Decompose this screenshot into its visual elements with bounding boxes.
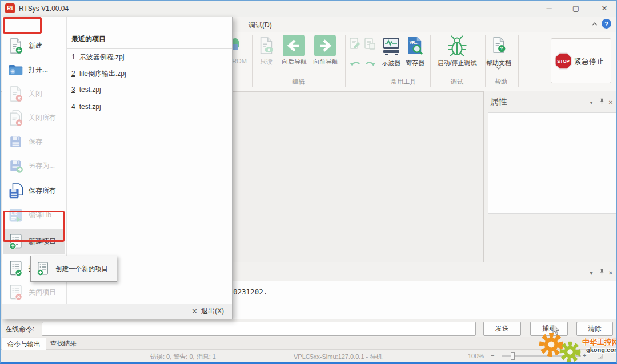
menu-item-new-project[interactable]: 新建项目	[3, 229, 65, 254]
recent-key: 4	[71, 103, 75, 111]
menu-item-save-as[interactable]: 另存为...	[3, 154, 65, 177]
menu-item-close[interactable]: 关闭	[3, 82, 65, 105]
menu-item-label: 打开...	[29, 65, 48, 75]
exit-button[interactable]: ✕ 退出(X)	[191, 306, 224, 316]
exit-label: 退出(X)	[201, 306, 224, 316]
close-all-docs-icon	[8, 109, 23, 127]
output-dropdown-icon[interactable]: ▾	[587, 269, 596, 277]
ribbon-collapse-icon[interactable]	[590, 20, 599, 28]
properties-dropdown-icon[interactable]: ▾	[587, 98, 596, 106]
clear-button[interactable]: 清除	[576, 322, 613, 336]
redo-icon[interactable]	[364, 59, 376, 67]
save-as-icon	[8, 157, 23, 175]
menu-item-label: 新建	[29, 41, 42, 51]
status-connection: VPLC5xx-Simu:127.0.0.1 - 待机	[294, 353, 382, 361]
save-icon	[8, 133, 23, 151]
properties-grid[interactable]	[488, 112, 617, 214]
bug-icon	[446, 34, 468, 57]
debug-toggle-button[interactable]: 启动/停止调试	[430, 59, 484, 67]
edit-group-label: 编辑	[252, 78, 345, 86]
send-button[interactable]: 发送	[483, 322, 521, 336]
help-group-label: 帮助	[485, 78, 517, 86]
recent-project-2[interactable]: 2file倒序输出.zpj	[71, 69, 126, 79]
copy-doc-icon[interactable]	[364, 38, 375, 50]
recent-key: 3	[71, 86, 75, 94]
resize-grip-icon[interactable]	[597, 353, 603, 359]
output-close-icon[interactable]: ✕	[606, 269, 615, 277]
divider	[518, 35, 519, 87]
recent-projects-header: 最近的项目	[71, 34, 106, 44]
maximize-button[interactable]: ▢	[566, 1, 586, 16]
readonly-button[interactable]: 只读	[255, 58, 278, 66]
menu-item-save-all[interactable]: 保存所有	[3, 179, 65, 202]
emergency-stop-button[interactable]: STOP 紧急停止	[551, 38, 611, 83]
recent-project-4[interactable]: 4test.zpj	[71, 103, 101, 111]
divider	[552, 113, 552, 213]
title-bar: Rt RTSys V1.00.04 ─ ▢ ✕	[1, 1, 616, 17]
stop-sign-text: STOP	[557, 59, 570, 64]
oscilloscope-icon	[382, 36, 400, 55]
nav-forward-button[interactable]: 向前导航	[310, 58, 342, 66]
online-command-input[interactable]	[42, 322, 476, 336]
status-zoom-level: 100%	[468, 353, 484, 359]
status-counts: 错误: 0, 警告: 0, 消息: 1	[150, 353, 216, 361]
output-pin-icon[interactable]	[597, 268, 606, 276]
help-doc-chevron-icon[interactable]	[496, 66, 502, 70]
menu-item-close-all[interactable]: 关闭所有	[3, 106, 65, 129]
save-all-icon	[8, 182, 23, 200]
menu-item-open[interactable]: 打开...	[3, 58, 65, 81]
readonly-icon	[258, 35, 275, 56]
menu-item-save[interactable]: 保存	[3, 130, 65, 153]
recent-key: 2	[71, 70, 75, 78]
properties-pin-icon[interactable]	[597, 98, 606, 106]
help-doc-icon: ?	[491, 35, 507, 55]
menu-item-compile-lib[interactable]: Lib 编译Lib	[3, 204, 65, 227]
divider	[67, 48, 232, 49]
close-doc-icon	[8, 85, 23, 103]
recent-name: 示波器例程.zpj	[79, 53, 125, 61]
debug-group-label: 调试	[430, 78, 484, 86]
nav-back-button[interactable]: 向后导航	[278, 58, 310, 66]
minimize-button[interactable]: ─	[539, 1, 559, 16]
app-logo-icon: Rt	[5, 3, 15, 13]
oscilloscope-button[interactable]: 示波器	[379, 59, 403, 67]
edit-doc-icon[interactable]	[349, 38, 360, 50]
close-button[interactable]: ✕	[595, 1, 614, 16]
new-doc-icon	[8, 37, 23, 55]
recent-name: test.zpj	[79, 103, 101, 111]
stop-sign-icon: STOP	[554, 52, 572, 70]
menu-item-label: 关闭项目	[29, 288, 56, 297]
zoom-out-button[interactable]: −	[491, 352, 494, 359]
zoom-slider-thumb[interactable]	[511, 352, 515, 360]
properties-panel: 属性 ▾ ✕	[484, 91, 617, 262]
undo-icon[interactable]	[350, 59, 361, 67]
compile-lib-icon: Lib	[8, 207, 23, 224]
nav-forward-icon	[314, 35, 336, 56]
new-project-icon	[8, 233, 23, 250]
properties-close-icon[interactable]: ✕	[606, 98, 615, 106]
register-button[interactable]: 寄存器	[403, 59, 427, 67]
nav-back-icon	[283, 35, 305, 56]
menu-item-label: 另存为...	[29, 161, 55, 171]
menu-item-new[interactable]: 新建	[3, 34, 65, 57]
recent-project-1[interactable]: 1示波器例程.zpj	[71, 52, 124, 62]
tab-search-results[interactable]: 查找结果	[45, 338, 82, 349]
open-folder-icon	[8, 61, 23, 79]
capture-button[interactable]: 捕获	[530, 322, 568, 336]
properties-panel-title: 属性	[490, 96, 507, 107]
tab-command-output[interactable]: 命令与输出	[2, 338, 46, 350]
recent-name: file倒序输出.zpj	[79, 70, 126, 78]
bottom-tab-bar	[1, 337, 617, 350]
rom-icon	[231, 36, 239, 56]
recent-project-3[interactable]: 3test.zpj	[71, 86, 101, 94]
exit-x-icon: ✕	[191, 307, 198, 316]
mouse-cursor	[552, 325, 560, 336]
window-title: RTSys V1.00.04	[19, 5, 69, 13]
menu-item-label: 保存	[29, 137, 42, 147]
help-icon[interactable]: ?	[602, 19, 611, 29]
tab-debug[interactable]: 调试(D)	[243, 19, 278, 31]
zoom-in-button[interactable]: +	[583, 352, 586, 359]
menu-item-close-project[interactable]: 关闭项目	[3, 281, 65, 304]
menu-item-label: 关闭所有	[29, 113, 56, 123]
open-project-icon	[8, 260, 23, 277]
